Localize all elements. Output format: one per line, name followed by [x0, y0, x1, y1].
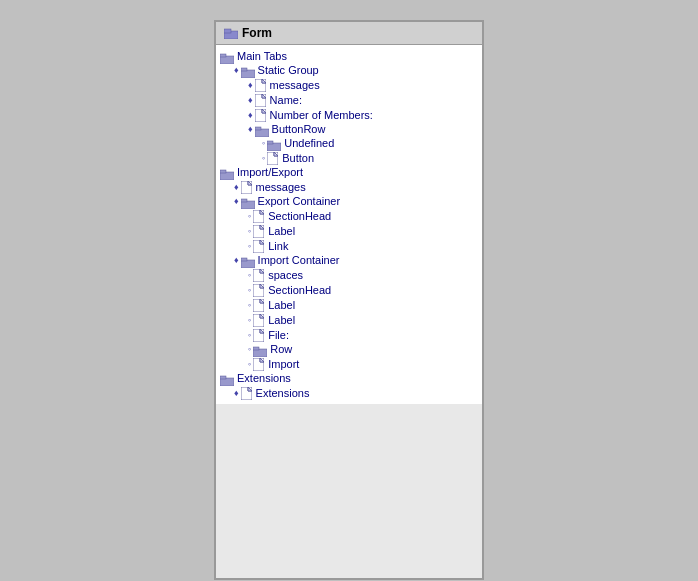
connector-static-group: ♦: [234, 65, 239, 75]
tree-item-button-row[interactable]: ♦ ButtonRow: [216, 122, 482, 136]
svg-rect-1: [224, 29, 231, 33]
tree-item-row[interactable]: ◦ Row: [216, 342, 482, 356]
connector-import: ◦: [248, 359, 251, 369]
tree-panel: Form Main Tabs ♦ Static Group ♦ messages…: [214, 20, 484, 580]
folder-icon-main-tabs: [220, 51, 234, 62]
tree-item-spaces[interactable]: ◦ spaces: [216, 267, 482, 282]
svg-rect-15: [267, 141, 273, 144]
folder-icon-export-container: [241, 196, 255, 207]
label-label-1: Label: [268, 225, 295, 237]
svg-rect-3: [220, 54, 226, 57]
file-icon-link: [253, 239, 265, 252]
label-label-2: Label: [268, 299, 295, 311]
connector-file: ◦: [248, 330, 251, 340]
folder-icon-static-group: [241, 65, 255, 76]
file-icon-file: [253, 328, 265, 341]
tree-item-extensions-child[interactable]: ♦ Extensions: [216, 385, 482, 400]
tree-item-label-2[interactable]: ◦ Label: [216, 297, 482, 312]
tree-item-messages-1[interactable]: ♦ messages: [216, 77, 482, 92]
file-icon-extensions-child: [241, 386, 253, 399]
connector-export-container: ♦: [234, 196, 239, 206]
tree-item-label-3[interactable]: ◦ Label: [216, 312, 482, 327]
label-import-container: Import Container: [258, 254, 340, 266]
svg-rect-47: [220, 376, 226, 379]
tree-item-import-container[interactable]: ♦ Import Container: [216, 253, 482, 267]
header-title: Form: [242, 26, 272, 40]
label-static-group: Static Group: [258, 64, 319, 76]
tree-item-import-export[interactable]: Import/Export: [216, 165, 482, 179]
label-file: File:: [268, 329, 289, 341]
svg-rect-23: [241, 199, 247, 202]
svg-rect-31: [241, 258, 247, 261]
connector-messages-1: ♦: [248, 80, 253, 90]
connector-label-1: ◦: [248, 226, 251, 236]
folder-icon-extensions: [220, 373, 234, 384]
tree-item-number-of-members[interactable]: ♦ Number of Members:: [216, 107, 482, 122]
connector-extensions-child: ♦: [234, 388, 239, 398]
header-folder-icon: [224, 28, 238, 39]
label-extensions: Extensions: [237, 372, 291, 384]
label-row: Row: [270, 343, 292, 355]
label-messages-1: messages: [270, 79, 320, 91]
tree-body: Main Tabs ♦ Static Group ♦ messages ♦ Na…: [216, 45, 482, 404]
connector-section-head-1: ◦: [248, 211, 251, 221]
tree-item-static-group[interactable]: ♦ Static Group: [216, 63, 482, 77]
label-import: Import: [268, 358, 299, 370]
file-icon-button: [267, 151, 279, 164]
label-spaces: spaces: [268, 269, 303, 281]
file-icon-messages-1: [255, 78, 267, 91]
svg-rect-43: [253, 347, 259, 350]
label-label-3: Label: [268, 314, 295, 326]
file-icon-label-3: [253, 313, 265, 326]
tree-item-main-tabs[interactable]: Main Tabs: [216, 49, 482, 63]
label-section-head-1: SectionHead: [268, 210, 331, 222]
file-icon-section-head-2: [253, 283, 265, 296]
connector-import-container: ♦: [234, 255, 239, 265]
folder-icon-undefined: [267, 138, 281, 149]
tree-item-label-1[interactable]: ◦ Label: [216, 223, 482, 238]
label-main-tabs: Main Tabs: [237, 50, 287, 62]
file-icon-messages-2: [241, 180, 253, 193]
folder-icon-button-row: [255, 124, 269, 135]
tree-item-file[interactable]: ◦ File:: [216, 327, 482, 342]
connector-button: ◦: [262, 153, 265, 163]
file-icon-section-head-1: [253, 209, 265, 222]
tree-item-section-head-2[interactable]: ◦ SectionHead: [216, 282, 482, 297]
connector-row: ◦: [248, 344, 251, 354]
tree-item-import[interactable]: ◦ Import: [216, 356, 482, 371]
folder-icon-import-export: [220, 167, 234, 178]
label-undefined: Undefined: [284, 137, 334, 149]
tree-item-section-head-1[interactable]: ◦ SectionHead: [216, 208, 482, 223]
folder-icon-row: [253, 344, 267, 355]
connector-button-row: ♦: [248, 124, 253, 134]
tree-item-messages-2[interactable]: ♦ messages: [216, 179, 482, 194]
file-icon-label-1: [253, 224, 265, 237]
file-icon-label-2: [253, 298, 265, 311]
tree-item-name[interactable]: ♦ Name:: [216, 92, 482, 107]
label-number-of-members: Number of Members:: [270, 109, 373, 121]
label-link: Link: [268, 240, 288, 252]
label-extensions-child: Extensions: [256, 387, 310, 399]
connector-messages-2: ♦: [234, 182, 239, 192]
connector-section-head-2: ◦: [248, 285, 251, 295]
file-icon-spaces: [253, 268, 265, 281]
connector-undefined: ◦: [262, 138, 265, 148]
connector-name: ♦: [248, 95, 253, 105]
tree-item-undefined[interactable]: ◦ Undefined: [216, 136, 482, 150]
tree-item-link[interactable]: ◦ Link: [216, 238, 482, 253]
connector-number-of-members: ♦: [248, 110, 253, 120]
label-section-head-2: SectionHead: [268, 284, 331, 296]
file-icon-number-of-members: [255, 108, 267, 121]
folder-icon-import-container: [241, 255, 255, 266]
tree-item-extensions[interactable]: Extensions: [216, 371, 482, 385]
label-button: Button: [282, 152, 314, 164]
connector-spaces: ◦: [248, 270, 251, 280]
connector-label-3: ◦: [248, 315, 251, 325]
tree-item-button[interactable]: ◦ Button: [216, 150, 482, 165]
label-button-row: ButtonRow: [272, 123, 326, 135]
tree-item-export-container[interactable]: ♦ Export Container: [216, 194, 482, 208]
label-messages-2: messages: [256, 181, 306, 193]
svg-rect-5: [241, 68, 247, 71]
svg-rect-19: [220, 170, 226, 173]
connector-label-2: ◦: [248, 300, 251, 310]
